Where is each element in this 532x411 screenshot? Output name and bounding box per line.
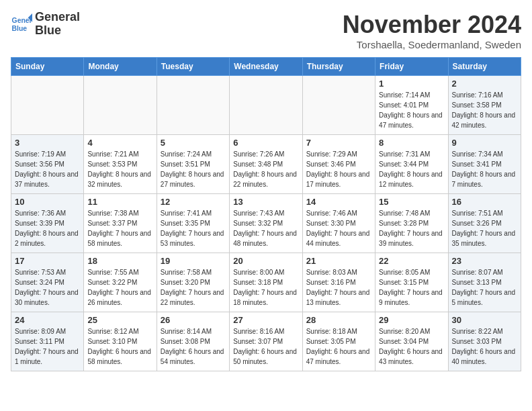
day-info: Sunrise: 7:26 AMSunset: 3:48 PMDaylight:… bbox=[233, 149, 298, 189]
calendar-cell bbox=[302, 76, 375, 135]
day-number: 11 bbox=[87, 197, 152, 207]
weekday-header: Sunday bbox=[11, 58, 84, 76]
calendar-cell: 19Sunrise: 7:58 AMSunset: 3:20 PMDayligh… bbox=[157, 253, 229, 312]
day-info: Sunrise: 7:48 AMSunset: 3:28 PMDaylight:… bbox=[379, 208, 444, 248]
calendar-cell: 16Sunrise: 7:51 AMSunset: 3:26 PMDayligh… bbox=[448, 194, 521, 253]
calendar-cell: 4Sunrise: 7:21 AMSunset: 3:53 PMDaylight… bbox=[84, 135, 157, 194]
day-info: Sunrise: 8:20 AMSunset: 3:04 PMDaylight:… bbox=[379, 326, 444, 367]
calendar-cell: 15Sunrise: 7:48 AMSunset: 3:28 PMDayligh… bbox=[375, 194, 448, 253]
calendar-cell bbox=[84, 76, 157, 135]
day-number: 19 bbox=[161, 256, 226, 266]
day-info: Sunrise: 7:16 AMSunset: 3:58 PMDaylight:… bbox=[452, 90, 517, 130]
calendar-cell bbox=[157, 76, 229, 135]
day-number: 30 bbox=[452, 315, 517, 325]
day-info: Sunrise: 8:00 AMSunset: 3:18 PMDaylight:… bbox=[233, 267, 298, 308]
calendar-cell: 13Sunrise: 7:43 AMSunset: 3:32 PMDayligh… bbox=[230, 194, 302, 253]
day-info: Sunrise: 7:43 AMSunset: 3:32 PMDaylight:… bbox=[233, 208, 298, 248]
day-info: Sunrise: 7:19 AMSunset: 3:56 PMDaylight:… bbox=[15, 149, 80, 189]
calendar-cell: 20Sunrise: 8:00 AMSunset: 3:18 PMDayligh… bbox=[230, 253, 302, 312]
day-info: Sunrise: 8:14 AMSunset: 3:08 PMDaylight:… bbox=[161, 326, 226, 367]
calendar-cell: 27Sunrise: 8:16 AMSunset: 3:07 PMDayligh… bbox=[230, 312, 302, 371]
day-info: Sunrise: 7:31 AMSunset: 3:44 PMDaylight:… bbox=[379, 149, 444, 189]
day-number: 21 bbox=[306, 256, 371, 266]
day-number: 14 bbox=[306, 197, 371, 207]
calendar-cell: 30Sunrise: 8:22 AMSunset: 3:03 PMDayligh… bbox=[448, 312, 521, 371]
day-number: 17 bbox=[15, 256, 80, 266]
weekday-header: Tuesday bbox=[157, 58, 229, 76]
day-info: Sunrise: 7:58 AMSunset: 3:20 PMDaylight:… bbox=[161, 267, 226, 308]
day-info: Sunrise: 7:14 AMSunset: 4:01 PMDaylight:… bbox=[379, 90, 444, 130]
day-number: 9 bbox=[452, 138, 517, 148]
day-number: 3 bbox=[15, 138, 80, 148]
calendar-cell: 21Sunrise: 8:03 AMSunset: 3:16 PMDayligh… bbox=[302, 253, 375, 312]
day-info: Sunrise: 7:46 AMSunset: 3:30 PMDaylight:… bbox=[306, 208, 371, 248]
day-number: 16 bbox=[452, 197, 517, 207]
calendar-cell: 1Sunrise: 7:14 AMSunset: 4:01 PMDaylight… bbox=[375, 76, 448, 135]
week-row: 17Sunrise: 7:53 AMSunset: 3:24 PMDayligh… bbox=[11, 253, 521, 312]
day-number: 8 bbox=[379, 138, 444, 148]
week-row: 3Sunrise: 7:19 AMSunset: 3:56 PMDaylight… bbox=[11, 135, 521, 194]
calendar-cell: 25Sunrise: 8:12 AMSunset: 3:10 PMDayligh… bbox=[84, 312, 157, 371]
day-info: Sunrise: 7:41 AMSunset: 3:35 PMDaylight:… bbox=[161, 208, 226, 248]
location-subtitle: Torshaella, Soedermanland, Sweden bbox=[343, 39, 521, 50]
calendar-cell: 7Sunrise: 7:29 AMSunset: 3:46 PMDaylight… bbox=[302, 135, 375, 194]
calendar-cell: 11Sunrise: 7:38 AMSunset: 3:37 PMDayligh… bbox=[84, 194, 157, 253]
day-info: Sunrise: 7:53 AMSunset: 3:24 PMDaylight:… bbox=[15, 267, 80, 308]
weekday-header-row: SundayMondayTuesdayWednesdayThursdayFrid… bbox=[11, 58, 521, 76]
day-info: Sunrise: 8:07 AMSunset: 3:13 PMDaylight:… bbox=[452, 267, 517, 308]
svg-text:Blue: Blue bbox=[12, 24, 28, 32]
day-info: Sunrise: 8:22 AMSunset: 3:03 PMDaylight:… bbox=[452, 326, 517, 367]
day-number: 20 bbox=[233, 256, 298, 266]
day-number: 29 bbox=[379, 315, 444, 325]
day-number: 27 bbox=[233, 315, 298, 325]
calendar-cell: 29Sunrise: 8:20 AMSunset: 3:04 PMDayligh… bbox=[375, 312, 448, 371]
calendar-cell: 18Sunrise: 7:55 AMSunset: 3:22 PMDayligh… bbox=[84, 253, 157, 312]
calendar-cell: 23Sunrise: 8:07 AMSunset: 3:13 PMDayligh… bbox=[448, 253, 521, 312]
calendar-cell: 2Sunrise: 7:16 AMSunset: 3:58 PMDaylight… bbox=[448, 76, 521, 135]
day-info: Sunrise: 7:29 AMSunset: 3:46 PMDaylight:… bbox=[306, 149, 371, 189]
week-row: 24Sunrise: 8:09 AMSunset: 3:11 PMDayligh… bbox=[11, 312, 521, 371]
logo-icon: General Blue bbox=[11, 13, 32, 35]
day-info: Sunrise: 7:55 AMSunset: 3:22 PMDaylight:… bbox=[87, 267, 152, 308]
title-block: November 2024 Torshaella, Soedermanland,… bbox=[343, 11, 521, 50]
calendar-cell: 5Sunrise: 7:24 AMSunset: 3:51 PMDaylight… bbox=[157, 135, 229, 194]
calendar-cell: 28Sunrise: 8:18 AMSunset: 3:05 PMDayligh… bbox=[302, 312, 375, 371]
day-number: 28 bbox=[306, 315, 371, 325]
day-number: 24 bbox=[15, 315, 80, 325]
day-info: Sunrise: 7:51 AMSunset: 3:26 PMDaylight:… bbox=[452, 208, 517, 248]
day-info: Sunrise: 7:36 AMSunset: 3:39 PMDaylight:… bbox=[15, 208, 80, 248]
logo: General Blue General Blue bbox=[11, 11, 80, 38]
day-number: 12 bbox=[161, 197, 226, 207]
day-number: 1 bbox=[379, 79, 444, 89]
day-info: Sunrise: 8:18 AMSunset: 3:05 PMDaylight:… bbox=[306, 326, 371, 367]
day-info: Sunrise: 8:03 AMSunset: 3:16 PMDaylight:… bbox=[306, 267, 371, 308]
weekday-header: Monday bbox=[84, 58, 157, 76]
calendar-cell: 22Sunrise: 8:05 AMSunset: 3:15 PMDayligh… bbox=[375, 253, 448, 312]
day-info: Sunrise: 8:05 AMSunset: 3:15 PMDaylight:… bbox=[379, 267, 444, 308]
day-number: 10 bbox=[15, 197, 80, 207]
calendar-cell: 14Sunrise: 7:46 AMSunset: 3:30 PMDayligh… bbox=[302, 194, 375, 253]
day-number: 2 bbox=[452, 79, 517, 89]
calendar-cell: 3Sunrise: 7:19 AMSunset: 3:56 PMDaylight… bbox=[11, 135, 84, 194]
day-info: Sunrise: 7:38 AMSunset: 3:37 PMDaylight:… bbox=[87, 208, 152, 248]
day-number: 6 bbox=[233, 138, 298, 148]
calendar-cell: 17Sunrise: 7:53 AMSunset: 3:24 PMDayligh… bbox=[11, 253, 84, 312]
week-row: 10Sunrise: 7:36 AMSunset: 3:39 PMDayligh… bbox=[11, 194, 521, 253]
day-number: 26 bbox=[161, 315, 226, 325]
page-header: General Blue General Blue November 2024 … bbox=[11, 11, 521, 50]
day-info: Sunrise: 7:21 AMSunset: 3:53 PMDaylight:… bbox=[87, 149, 152, 189]
calendar-cell: 9Sunrise: 7:34 AMSunset: 3:41 PMDaylight… bbox=[448, 135, 521, 194]
day-number: 22 bbox=[379, 256, 444, 266]
day-number: 5 bbox=[161, 138, 226, 148]
calendar-cell: 6Sunrise: 7:26 AMSunset: 3:48 PMDaylight… bbox=[230, 135, 302, 194]
logo-text: General Blue bbox=[35, 11, 80, 38]
day-number: 4 bbox=[87, 138, 152, 148]
month-title: November 2024 bbox=[343, 11, 521, 39]
weekday-header: Saturday bbox=[448, 58, 521, 76]
day-number: 23 bbox=[452, 256, 517, 266]
day-info: Sunrise: 8:16 AMSunset: 3:07 PMDaylight:… bbox=[233, 326, 298, 367]
day-info: Sunrise: 8:09 AMSunset: 3:11 PMDaylight:… bbox=[15, 326, 80, 367]
day-info: Sunrise: 7:24 AMSunset: 3:51 PMDaylight:… bbox=[161, 149, 226, 189]
week-row: 1Sunrise: 7:14 AMSunset: 4:01 PMDaylight… bbox=[11, 76, 521, 135]
calendar-cell: 24Sunrise: 8:09 AMSunset: 3:11 PMDayligh… bbox=[11, 312, 84, 371]
